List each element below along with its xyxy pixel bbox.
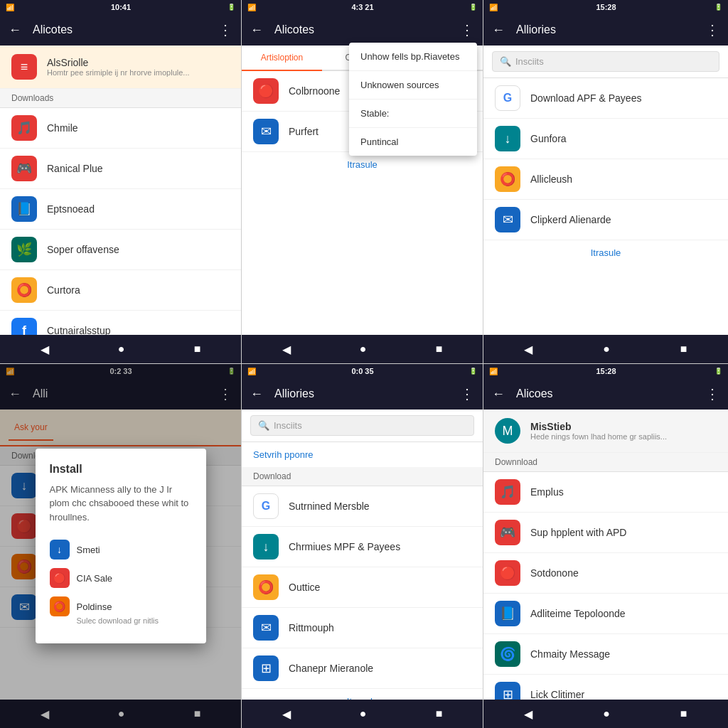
nav-home-1[interactable]: ● (118, 343, 125, 355)
search-placeholder-5: Insciits (274, 420, 302, 431)
status-icons-1: 🔋 (228, 4, 235, 11)
app-bar-6: ← Alicoes ⋮ (483, 378, 728, 410)
app-icon-3-0: G (495, 85, 520, 111)
nav-back-6[interactable]: ◀ (524, 707, 532, 721)
nav-back-2[interactable]: ◀ (282, 343, 291, 356)
list-item-5-4[interactable]: ⊞ Chanepr Mieranole (242, 648, 483, 689)
dropdown-menu-2: Unhow fells bp.Riavetes Unknowen sources… (349, 43, 477, 156)
dropdown-item-2-0[interactable]: Unhow fells bp.Riavetes (349, 43, 477, 71)
list-item-6-2[interactable]: 🔴 Sotdonone (483, 553, 728, 594)
app-name-5-2: Outtice (289, 582, 320, 593)
nav-bar-6: ◀ ● ■ (483, 700, 728, 728)
nav-square-5[interactable]: ■ (436, 707, 443, 720)
featured-app-1[interactable]: ≡ AlsSriolle Homtr pee srimiple ij nr hr… (0, 46, 241, 89)
dialog-overlay-4[interactable]: Install APK Micanness ally to the J Ir p… (0, 364, 241, 728)
list-item-1-3[interactable]: 🌿 Soper offavense (0, 230, 241, 270)
list-item-1-4[interactable]: ⭕ Curtora (0, 270, 241, 311)
phones-grid: 📶 10:41 🔋 ← Alicotes ⋮ ≡ AlsSriolle Homt… (0, 0, 728, 728)
list-item-1-2[interactable]: 📘 Eptsnoead (0, 189, 241, 230)
dropdown-item-2-2[interactable]: Stable: (349, 100, 477, 128)
app-icon-3-2: ⭕ (495, 166, 520, 192)
search-input-3[interactable]: 🔍 Insciits (492, 51, 719, 72)
nav-back-5[interactable]: ◀ (282, 707, 291, 721)
setup-link-5[interactable]: Setvrih pponre (242, 442, 483, 467)
tab-2-0[interactable]: Artisloption (242, 46, 322, 71)
dialog-item-4-0[interactable]: ↓ Smeti (50, 535, 192, 564)
install-link-5[interactable]: Itropule (242, 689, 483, 700)
list-item-5-2[interactable]: ⭕ Outtice (242, 567, 483, 608)
time-1: 10:41 (111, 3, 131, 11)
nav-back-1[interactable]: ◀ (41, 343, 49, 356)
list-item-6-0[interactable]: 🎵 Emplus (483, 472, 728, 513)
back-button-6[interactable]: ← (492, 387, 505, 402)
phone-bottom-middle: 📶 0:0 35 🔋 ← Alliories ⋮ 🔍 Insciits Setv… (242, 364, 483, 728)
app-name-1-4: Curtora (47, 284, 80, 296)
status-icons-6: 🔋 (714, 368, 722, 375)
nav-home-5[interactable]: ● (360, 707, 367, 720)
featured-app-6[interactable]: M MisStieb Hede nings fown lhad home gr … (483, 410, 728, 453)
list-item-6-3[interactable]: 📘 Adliteime Tepoloonde (483, 594, 728, 634)
list-item-5-0[interactable]: G Sutrnined Mersble (242, 486, 483, 527)
featured-desc-6: Hede nings fown lhad home gr sapliis... (530, 432, 687, 441)
dropdown-item-2-1[interactable]: Unknowen sources (349, 71, 477, 100)
search-input-5[interactable]: 🔍 Insciits (250, 415, 474, 436)
app-title-2: Alicotes (274, 23, 460, 36)
nav-square-1[interactable]: ■ (194, 343, 201, 355)
more-button-1[interactable]: ⋮ (218, 21, 232, 38)
nav-bar-2: ◀ ● ■ (242, 335, 483, 363)
list-item-1-5[interactable]: f Cutnairalsstup (0, 311, 241, 335)
nav-home-3[interactable]: ● (603, 343, 610, 355)
dialog-item-4-1[interactable]: 🔴 CIA Sale (50, 564, 192, 592)
app-icon-5-2: ⭕ (253, 574, 279, 600)
list-item-1-0[interactable]: 🎵 Chmile (0, 108, 241, 149)
list-item-6-5[interactable]: ⊞ Lick Clitimer (483, 675, 728, 700)
status-icons-2: 🔋 (469, 4, 477, 11)
dialog-sub-4-2: Sulec download gr nitlis (77, 616, 159, 625)
dialog-icon-4-0: ↓ (50, 540, 70, 560)
more-button-6[interactable]: ⋮ (705, 385, 719, 402)
list-item-6-1[interactable]: 🎮 Sup hpplent with APD (483, 513, 728, 553)
list-item-6-4[interactable]: 🌀 Chmaity Message (483, 634, 728, 675)
search-bar-3[interactable]: 🔍 Insciits (483, 46, 728, 78)
dropdown-item-2-3[interactable]: Puntincal (349, 128, 477, 156)
dialog-item-4-2[interactable]: ⭕ Poldinse Sulec download gr nitlis (50, 592, 192, 629)
nav-square-2[interactable]: ■ (436, 343, 443, 355)
phone-top-middle: 📶 4:3 21 🔋 ← Alicotes ⋮ Artisloption Out… (242, 0, 483, 364)
app-name-1-2: Eptsnoead (47, 203, 95, 215)
back-button-1[interactable]: ← (9, 23, 21, 38)
nav-home-6[interactable]: ● (603, 707, 610, 720)
back-button-3[interactable]: ← (492, 23, 505, 38)
nav-square-3[interactable]: ■ (680, 343, 687, 355)
more-button-3[interactable]: ⋮ (705, 21, 719, 38)
list-item-3-2[interactable]: ⭕ Allicleush (483, 159, 728, 200)
app-icon-5-1: ↓ (253, 534, 279, 560)
list-item-5-1[interactable]: ↓ Chrmiues MPF & Payees (242, 527, 483, 567)
status-bar-2: 📶 4:3 21 🔋 (242, 0, 483, 14)
app-icon-1-3: 🌿 (11, 237, 37, 262)
dialog-name-4-1: CIA Sale (77, 573, 113, 584)
app-icon-5-4: ⊞ (253, 655, 279, 681)
install-link-3[interactable]: Itrasule (483, 240, 728, 265)
search-bar-5[interactable]: 🔍 Insciits (242, 410, 483, 442)
status-bar-3: 📶 15:28 🔋 (483, 0, 728, 14)
app-name-5-3: Rittmouph (289, 622, 334, 633)
featured-name-6: MisStieb (530, 421, 717, 432)
install-link-2[interactable]: Itrasule (242, 152, 483, 177)
time-5: 0:0 35 (351, 367, 373, 375)
app-icon-1-1: 🎮 (11, 156, 37, 181)
more-button-2[interactable]: ⋮ (460, 21, 474, 38)
more-button-5[interactable]: ⋮ (460, 385, 474, 402)
list-item-3-3[interactable]: ✉ Clipkerd Alienarde (483, 200, 728, 240)
nav-square-6[interactable]: ■ (680, 707, 687, 720)
back-button-5[interactable]: ← (250, 387, 263, 402)
nav-back-3[interactable]: ◀ (524, 343, 532, 356)
list-item-1-1[interactable]: 🎮 Ranical Plue (0, 149, 241, 189)
app-name-3-1: Gunfora (530, 133, 567, 144)
status-bar-5: 📶 0:0 35 🔋 (242, 364, 483, 378)
list-item-5-3[interactable]: ✉ Rittmouph (242, 608, 483, 648)
list-item-3-0[interactable]: G Download APF & Payees (483, 78, 728, 119)
list-item-3-1[interactable]: ↓ Gunfora (483, 119, 728, 159)
app-name-1-5: Cutnairalsstup (47, 325, 111, 335)
back-button-2[interactable]: ← (250, 23, 263, 38)
nav-home-2[interactable]: ● (360, 343, 367, 355)
